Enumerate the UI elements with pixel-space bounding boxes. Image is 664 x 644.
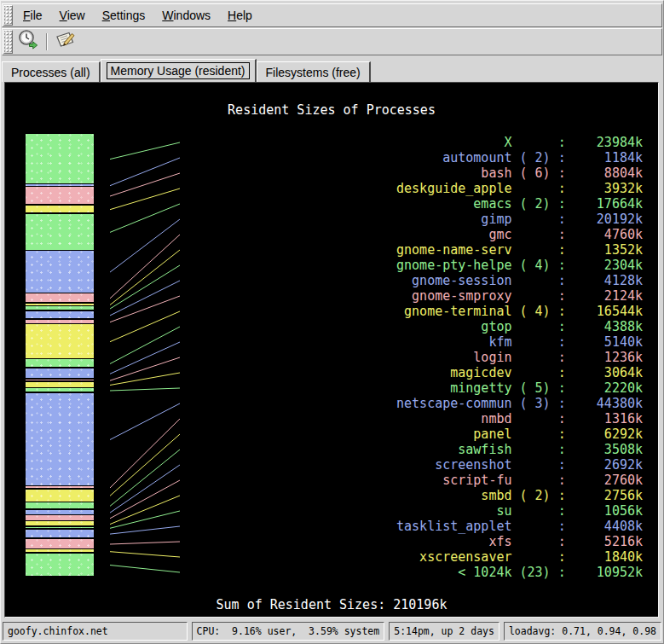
time-status: 5:14pm, up 2 days <box>389 622 499 641</box>
process-row: gimp : 20192k <box>396 212 643 227</box>
process-row: emacs ( 2) : 17664k <box>396 196 643 212</box>
cpu-status: CPU: 9.16% user, 3.59% system <box>192 622 385 641</box>
menu-view[interactable]: View <box>52 6 93 25</box>
memory-usage-graph: Resident Sizes of Processes X : 23984k a… <box>4 82 659 618</box>
menu-settings[interactable]: Settings <box>95 6 153 25</box>
process-row: gnome-pty-helpe ( 4) : 2304k <box>396 258 643 273</box>
bar-segment-deskguide-apple <box>26 206 94 212</box>
toolbar-drag-handle[interactable] <box>3 30 13 54</box>
toolbar <box>2 28 662 55</box>
timer-toggle-button[interactable] <box>15 30 41 54</box>
process-row: magicdev : 3064k <box>396 365 643 380</box>
bar-segment-gnome-name-serv <box>26 304 94 305</box>
bar-segment-gnome-terminal <box>26 324 94 357</box>
process-row: login : 1236k <box>396 350 643 365</box>
bar-segment-su <box>26 527 94 528</box>
menubar: File View Settings Windows Help <box>2 3 662 27</box>
bar-segment-mingetty <box>26 388 94 392</box>
bar-segment-kfm <box>26 368 94 378</box>
process-row: < 1024k (23) : 10952k <box>396 565 643 580</box>
loadavg-status: loadavg: 0.71, 0.94, 0.98 <box>504 622 661 641</box>
tab-label: Memory Usage (resident) <box>107 62 250 79</box>
tab-filesystems-free[interactable]: Filesystems (free) <box>257 61 371 82</box>
bar-segment--1024k <box>26 554 94 576</box>
process-row: gnome-name-serv : 1352k <box>396 242 643 258</box>
bar-segment-gmc <box>26 293 94 302</box>
bar-segment-smbd <box>26 521 94 525</box>
bar-segment-netscape-commun <box>26 393 94 485</box>
edit-note-icon <box>55 29 77 55</box>
bar-segment-login <box>26 380 94 381</box>
process-row: gnome-session : 4128k <box>396 273 643 288</box>
notebook-tabbar: Processes (all) Memory Usage (resident) … <box>1 59 663 82</box>
menubar-drag-handle[interactable] <box>3 5 13 26</box>
bar-segment-nmbd <box>26 486 94 488</box>
process-row: panel : 6292k <box>396 426 643 442</box>
bar-segment-automount <box>26 184 94 185</box>
process-row: netscape-commun ( 3) : 44380k <box>396 396 643 411</box>
gtop-window: { "menu": { "items": [ { "label": "File"… <box>0 0 664 644</box>
statusbar: goofy.chinfox.net CPU: 9.16% user, 3.59%… <box>3 622 661 641</box>
bar-segment-gnome-pty-helpe <box>26 306 94 310</box>
bar-segment-script-fu <box>26 515 94 519</box>
tab-label: Filesystems (free) <box>266 66 361 79</box>
process-row: xfs : 5216k <box>396 534 643 549</box>
process-row: gmc : 4760k <box>396 227 643 242</box>
graph-sum-label: Sum of Resident Sizes: 210196k <box>5 597 658 612</box>
bar-segment-xfs <box>26 539 94 548</box>
bar-segment-gnome-session <box>26 311 94 319</box>
clock-run-icon <box>17 29 39 55</box>
bar-segment-xscreensaver <box>26 549 94 552</box>
bar-segment-gimp <box>26 251 94 292</box>
process-list: X : 23984k automount ( 2) : 1184k bash (… <box>396 135 643 580</box>
process-row: X : 23984k <box>396 135 643 150</box>
process-row: su : 1056k <box>396 503 643 519</box>
bar-segment-gtop <box>26 359 94 367</box>
process-row: gnome-smproxy : 2124k <box>396 288 643 304</box>
process-row: automount ( 2) : 1184k <box>396 150 643 165</box>
bar-segment-sawfish <box>26 502 94 508</box>
menu-file[interactable]: File <box>15 6 50 25</box>
process-row: tasklist_applet : 4408k <box>396 519 643 534</box>
tab-memory-usage-resident[interactable]: Memory Usage (resident) <box>101 59 257 82</box>
process-row: mingetty ( 5) : 2220k <box>396 380 643 396</box>
tab-processes-all[interactable]: Processes (all) <box>2 61 101 82</box>
process-row: smbd ( 2) : 2756k <box>396 488 643 503</box>
process-row: kfm : 5140k <box>396 334 643 350</box>
properties-button[interactable] <box>53 30 78 54</box>
bar-segment-gnome-smproxy <box>26 320 94 323</box>
process-row: screenshot : 2692k <box>396 457 643 473</box>
process-row: gtop : 4388k <box>396 319 643 334</box>
bar-segment-bash <box>26 187 94 204</box>
bar-segment-emacs <box>26 214 94 250</box>
host-status: goofy.chinfox.net <box>3 622 188 641</box>
bar-segment-X <box>26 134 94 183</box>
tab-label: Processes (all) <box>11 66 90 79</box>
process-row: script-fu : 2760k <box>396 473 643 488</box>
process-row: nmbd : 1316k <box>396 411 643 426</box>
menu-windows[interactable]: Windows <box>154 6 218 25</box>
bar-segment-magicdev <box>26 382 94 387</box>
bar-segment-screenshot <box>26 510 94 514</box>
process-row: bash ( 6) : 8804k <box>396 165 643 181</box>
menu-help[interactable]: Help <box>220 6 260 25</box>
bar-segment-tasklist-applet <box>26 530 94 537</box>
toolbar-separator <box>46 33 48 50</box>
process-row: gnome-terminal ( 4) : 16544k <box>396 304 643 319</box>
process-row: deskguide_apple : 3932k <box>396 181 643 196</box>
process-row: xscreensaver : 1840k <box>396 549 643 565</box>
process-row: sawfish : 3508k <box>396 442 643 457</box>
bar-segment-panel <box>26 490 94 502</box>
